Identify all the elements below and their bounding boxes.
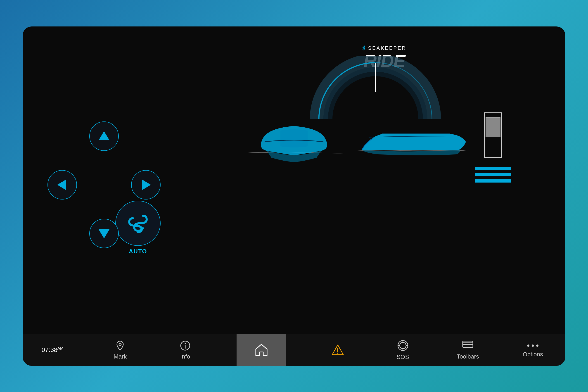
down-button[interactable] xyxy=(89,219,119,248)
home-icon xyxy=(254,342,269,358)
svg-point-9 xyxy=(184,343,186,344)
time-display-item: 07:38AM xyxy=(42,346,69,354)
clock: 07:38AM xyxy=(42,346,69,354)
control-panel: AUTO xyxy=(22,36,185,334)
svg-marker-1 xyxy=(57,179,66,190)
dpad-container: AUTO xyxy=(47,122,161,248)
svg-point-22 xyxy=(527,344,530,347)
nav-bar: 07:38AM Mark Info xyxy=(22,334,565,366)
boat-side-view xyxy=(355,115,468,164)
warning-nav-item[interactable] xyxy=(324,344,351,356)
svg-point-14 xyxy=(400,342,406,349)
trim-bar xyxy=(484,112,502,158)
toolbars-label: Toolbars xyxy=(457,353,479,360)
svg-marker-3 xyxy=(99,229,109,238)
sos-nav-item[interactable]: SOS xyxy=(389,339,416,360)
viz-panel: ♯ SEAKEEPER RIDE xyxy=(185,36,565,334)
horizontal-bars xyxy=(475,167,511,182)
options-icon xyxy=(526,342,540,349)
trim-indicator xyxy=(475,112,511,182)
h-bar-1 xyxy=(475,167,511,170)
svg-point-24 xyxy=(536,344,539,347)
options-label: Options xyxy=(523,351,543,358)
svg-marker-0 xyxy=(99,131,109,140)
h-bar-3 xyxy=(475,179,511,182)
right-button[interactable] xyxy=(131,170,161,200)
svg-point-23 xyxy=(532,344,534,347)
toolbars-nav-item[interactable]: Toolbars xyxy=(454,340,482,360)
info-label: Info xyxy=(180,353,190,360)
toolbars-icon xyxy=(462,340,474,351)
home-nav-item[interactable] xyxy=(237,334,286,366)
svg-marker-2 xyxy=(142,179,151,190)
mark-icon xyxy=(114,340,126,351)
auto-label: AUTO xyxy=(129,248,147,255)
h-bar-2 xyxy=(475,173,511,176)
up-button[interactable] xyxy=(89,122,119,151)
auto-center-button[interactable]: AUTO xyxy=(115,201,161,246)
warning-icon xyxy=(332,344,344,356)
options-nav-item[interactable]: Options xyxy=(519,342,546,358)
main-content: AUTO xyxy=(22,26,565,334)
boat-stern-view xyxy=(240,110,348,169)
mark-label: Mark xyxy=(113,353,127,360)
gauge-container xyxy=(310,56,441,119)
info-icon xyxy=(180,340,191,351)
left-button[interactable] xyxy=(47,170,77,200)
svg-point-6 xyxy=(119,343,121,346)
info-nav-item[interactable]: Info xyxy=(172,340,199,360)
sos-icon xyxy=(397,339,409,352)
mark-nav-item[interactable]: Mark xyxy=(106,340,134,360)
device-frame: AUTO xyxy=(22,26,565,366)
svg-point-12 xyxy=(337,352,338,354)
sos-label: SOS xyxy=(397,354,409,360)
